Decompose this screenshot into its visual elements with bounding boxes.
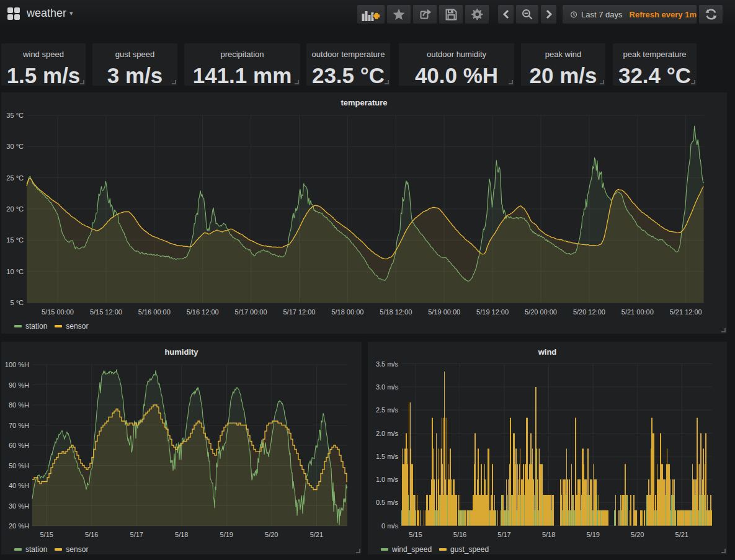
svg-text:30 °C: 30 °C — [6, 143, 24, 150]
svg-text:5/21: 5/21 — [675, 531, 688, 538]
svg-text:5/19 12:00: 5/19 12:00 — [476, 308, 509, 316]
svg-text:5/21 00:00: 5/21 00:00 — [621, 308, 654, 316]
svg-text:5/16: 5/16 — [85, 531, 98, 538]
svg-text:90 %H: 90 %H — [9, 381, 29, 389]
svg-text:60 %H: 60 %H — [9, 442, 29, 449]
svg-text:5/20: 5/20 — [265, 531, 278, 538]
svg-text:5/18: 5/18 — [542, 531, 555, 538]
svg-text:5/18: 5/18 — [175, 531, 188, 538]
svg-text:1.5 m/s: 1.5 m/s — [376, 453, 399, 460]
svg-text:20 °C: 20 °C — [6, 205, 24, 213]
svg-text:5/15: 5/15 — [40, 531, 53, 538]
svg-text:0 m/s: 0 m/s — [381, 522, 398, 530]
svg-text:5/21 12:00: 5/21 12:00 — [670, 308, 702, 316]
svg-text:5/16 00:00: 5/16 00:00 — [138, 308, 171, 316]
svg-text:100 %H: 100 %H — [5, 361, 29, 368]
svg-text:5/17 12:00: 5/17 12:00 — [283, 308, 316, 316]
svg-text:5/21: 5/21 — [310, 531, 323, 538]
svg-text:70 %H: 70 %H — [9, 422, 29, 429]
svg-text:5/15 12:00: 5/15 12:00 — [90, 308, 122, 316]
svg-text:30 %H: 30 %H — [9, 502, 29, 510]
svg-text:5/19 00:00: 5/19 00:00 — [428, 308, 460, 316]
svg-text:5/16: 5/16 — [453, 531, 466, 538]
svg-text:2.0 m/s: 2.0 m/s — [376, 430, 399, 437]
svg-text:5/20: 5/20 — [631, 531, 644, 538]
svg-text:5/20 00:00: 5/20 00:00 — [525, 308, 557, 316]
svg-text:5 °C: 5 °C — [10, 299, 24, 306]
svg-text:5/16 12:00: 5/16 12:00 — [187, 308, 219, 316]
svg-text:10 °C: 10 °C — [6, 268, 24, 275]
svg-text:5/17 00:00: 5/17 00:00 — [235, 308, 267, 316]
svg-text:20 %H: 20 %H — [9, 522, 29, 530]
svg-text:1.0 m/s: 1.0 m/s — [376, 476, 399, 483]
svg-text:5/19: 5/19 — [586, 531, 599, 538]
svg-text:5/17: 5/17 — [130, 531, 143, 538]
svg-text:5/18 12:00: 5/18 12:00 — [380, 308, 412, 316]
svg-text:0.5 m/s: 0.5 m/s — [376, 499, 399, 506]
svg-text:5/15: 5/15 — [409, 531, 422, 538]
svg-text:5/15 00:00: 5/15 00:00 — [42, 308, 74, 316]
svg-text:5/17: 5/17 — [497, 531, 510, 538]
svg-text:3.0 m/s: 3.0 m/s — [376, 383, 399, 391]
svg-text:5/18 00:00: 5/18 00:00 — [331, 308, 363, 316]
svg-text:25 °C: 25 °C — [6, 174, 24, 182]
svg-text:5/19: 5/19 — [220, 531, 233, 538]
svg-text:15 °C: 15 °C — [6, 236, 24, 244]
svg-text:40 %H: 40 %H — [9, 482, 29, 489]
svg-text:50 %H: 50 %H — [9, 462, 29, 469]
svg-text:5/20 12:00: 5/20 12:00 — [573, 308, 605, 316]
svg-text:2.5 m/s: 2.5 m/s — [376, 406, 399, 414]
svg-text:3.5 m/s: 3.5 m/s — [376, 360, 399, 368]
svg-text:80 %H: 80 %H — [9, 401, 29, 409]
svg-text:35 °C: 35 °C — [6, 112, 24, 119]
